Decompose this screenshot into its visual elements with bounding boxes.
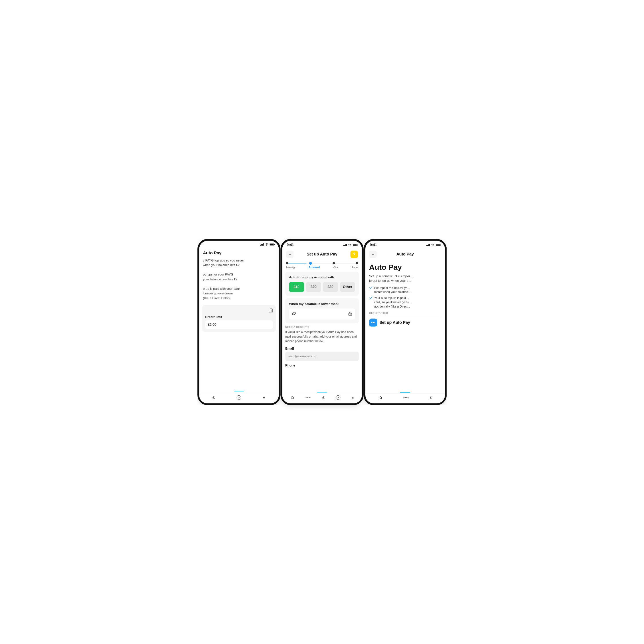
stepper-center: Energy Amount Pay Done xyxy=(282,261,362,272)
wifi-icon-center xyxy=(348,243,351,246)
status-icons-center xyxy=(343,243,357,246)
svg-rect-1 xyxy=(269,309,272,312)
left-body-text: c PAYG top-ups so you never when your ba… xyxy=(203,258,275,301)
check-text-2: Your auto top-up is paid ...card, so you… xyxy=(374,296,411,308)
amount-30[interactable]: £30 xyxy=(323,282,338,292)
help-icon-left: ? xyxy=(237,395,241,400)
credit-limit-value: £2.00 xyxy=(205,320,273,329)
lightning-button-center[interactable] xyxy=(350,251,358,258)
step-label-amount: Amount xyxy=(308,265,320,269)
right-header-title: Auto Pay xyxy=(396,252,414,257)
step-dot-2 xyxy=(333,262,335,264)
time-center: 9:41 xyxy=(287,243,294,247)
scene: Auto Pay c PAYG top-ups so you never whe… xyxy=(180,180,463,463)
pound-icon-right: £ xyxy=(430,395,432,400)
step-label-pay: Pay xyxy=(333,265,338,269)
step-dot-1 xyxy=(309,262,312,265)
battery-icon-left xyxy=(270,243,274,245)
amount-10[interactable]: £10 xyxy=(289,282,304,292)
step-label-done: Done xyxy=(351,265,358,269)
lock-icon xyxy=(348,311,352,317)
receipt-section: NEED A RECEIPT? If you'd like a receipt … xyxy=(282,326,362,372)
nav-home-right[interactable] xyxy=(378,396,382,400)
nav-dots-center[interactable] xyxy=(306,396,311,399)
home-icon-center xyxy=(290,395,294,399)
right-page-title: Auto Pay xyxy=(369,263,441,272)
get-started-label: GET STARTED xyxy=(369,312,441,314)
credit-limit-label: Credit limit xyxy=(205,315,273,319)
center-nav-indicator xyxy=(317,392,327,392)
nav-dots-right[interactable] xyxy=(403,396,409,399)
status-bar-right: 9:41 xyxy=(365,241,445,248)
receipt-desc: If you'd like a receipt when your Auto P… xyxy=(285,330,359,344)
check-item-1: Set repeat top-ups for yo...meter when y… xyxy=(369,286,441,294)
nav-help-center[interactable]: ? xyxy=(336,395,340,400)
pound-icon-center: £ xyxy=(322,395,324,400)
topup-card-title: Auto top-up my account with: xyxy=(289,276,355,280)
nav-item-help-left[interactable]: ? xyxy=(237,395,241,400)
svg-point-10 xyxy=(433,246,433,246)
back-button-center[interactable]: ← xyxy=(286,251,294,258)
center-nav-bar: £ ? ≡ xyxy=(282,393,362,403)
nav-menu-center[interactable]: ≡ xyxy=(352,395,354,399)
setup-autopay-button[interactable]: Set up Auto Pay xyxy=(369,319,441,327)
balance-value: £2 xyxy=(292,312,296,316)
svg-point-2 xyxy=(349,246,350,246)
check-icon-2 xyxy=(369,296,372,300)
phone-right: 9:41 ← Auto Pay xyxy=(364,239,447,405)
svg-point-6 xyxy=(308,397,309,398)
signal-icon-right xyxy=(426,244,430,246)
phone-left: Auto Pay c PAYG top-ups so you never whe… xyxy=(197,239,280,405)
nav-item-pound-left[interactable]: £ xyxy=(213,395,215,400)
signal-icon-center xyxy=(343,244,347,246)
check-item-2: Your auto top-up is paid ...card, so you… xyxy=(369,296,441,308)
amount-options: £10 £20 £30 Other xyxy=(289,282,355,292)
left-credit-section: Credit limit £2.00 xyxy=(202,305,276,332)
trash-icon[interactable] xyxy=(269,308,273,313)
help-icon-center: ? xyxy=(336,395,340,400)
stepper-dots xyxy=(286,262,358,265)
stepper-labels: Energy Amount Pay Done xyxy=(286,265,358,269)
svg-point-13 xyxy=(408,397,409,398)
nav-pound-right[interactable]: £ xyxy=(430,395,432,400)
email-label: Email xyxy=(285,346,359,350)
svg-point-5 xyxy=(306,397,307,398)
receipt-label: NEED A RECEIPT? xyxy=(285,326,359,328)
step-label-energy: Energy xyxy=(286,265,296,269)
wifi-icon-right xyxy=(431,243,435,246)
phone-label: Phone xyxy=(285,364,359,368)
right-page-desc: Set up automatic PAYG top-u...forget to … xyxy=(369,274,441,283)
svg-point-7 xyxy=(310,397,311,398)
nav-pound-center[interactable]: £ xyxy=(322,395,324,400)
setup-btn-icon xyxy=(369,319,377,327)
right-body: Auto Pay Set up automatic PAYG top-u...f… xyxy=(365,261,445,392)
phone-center: 9:41 ← Set up Auto Pay xyxy=(280,239,363,405)
back-arrow-center: ← xyxy=(288,252,291,256)
svg-point-11 xyxy=(403,397,405,398)
phone-form-group: Phone xyxy=(285,364,359,368)
phone-left-content: Auto Pay c PAYG top-ups so you never whe… xyxy=(199,247,279,391)
amount-20[interactable]: £20 xyxy=(306,282,321,292)
time-right: 9:41 xyxy=(370,243,377,247)
topup-card: Auto top-up my account with: £10 £20 £30… xyxy=(285,272,359,296)
amount-other[interactable]: Other xyxy=(340,282,355,292)
right-nav-indicator xyxy=(400,392,410,393)
nav-item-menu-left[interactable]: ≡ xyxy=(263,395,265,400)
svg-point-4 xyxy=(350,314,350,315)
dots-icon-center xyxy=(306,396,311,399)
svg-point-0 xyxy=(266,245,267,245)
signal-icon-left xyxy=(260,243,264,246)
step-dot-3 xyxy=(356,262,358,264)
phone-left-title: Auto Pay xyxy=(199,249,279,258)
status-bar-left xyxy=(199,241,279,247)
center-header-title: Set up Auto Pay xyxy=(307,252,337,257)
step-dot-0 xyxy=(286,262,288,264)
check-text-1: Set repeat top-ups for yo...meter when y… xyxy=(374,286,411,294)
center-app-header: ← Set up Auto Pay xyxy=(282,248,362,261)
back-button-right[interactable]: ← xyxy=(369,251,377,258)
email-input[interactable] xyxy=(285,352,359,361)
nav-home-center[interactable] xyxy=(290,395,294,399)
right-app-header: ← Auto Pay xyxy=(365,248,445,261)
right-nav-bar: £ xyxy=(365,393,445,403)
status-icons-left xyxy=(260,243,274,246)
